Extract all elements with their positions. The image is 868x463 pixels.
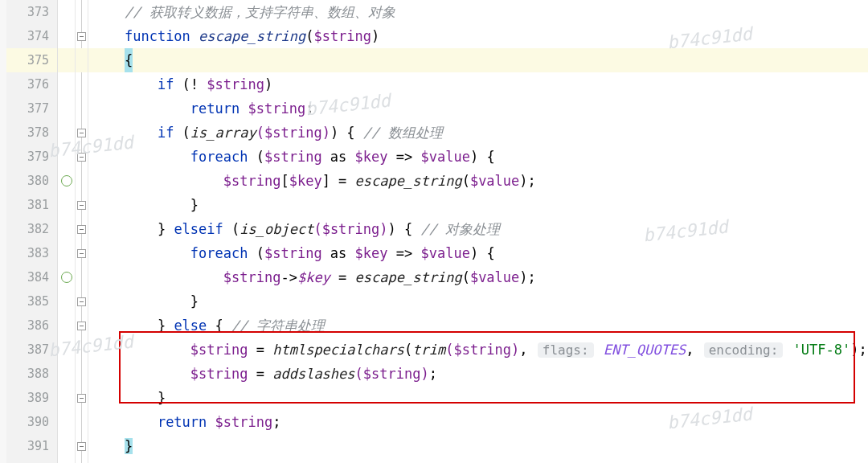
code-line[interactable]: return $string; <box>88 96 868 121</box>
text: = <box>330 269 355 285</box>
variable: $value <box>470 269 519 285</box>
brace-highlight: { <box>125 48 133 72</box>
recursive-call-marker-icon[interactable] <box>58 265 75 289</box>
text: ( <box>462 173 470 189</box>
text: ; <box>272 414 280 430</box>
variable: $string <box>223 173 281 189</box>
text: ] = <box>322 173 355 189</box>
brace: } <box>190 197 199 213</box>
fold-toggle-icon[interactable] <box>76 145 88 169</box>
variable: $value <box>420 149 469 165</box>
fold-toggle-icon[interactable] <box>76 121 88 145</box>
fold-toggle-icon[interactable] <box>76 434 88 458</box>
fold-toggle-icon[interactable] <box>76 217 88 241</box>
text: => <box>388 149 421 165</box>
line-number[interactable]: 378 <box>6 121 57 145</box>
code-line[interactable]: } <box>88 193 868 217</box>
code-line[interactable]: $string->$key = escape_string($value); <box>88 265 868 289</box>
text: ( <box>248 245 264 261</box>
function-call: trim <box>412 342 445 358</box>
line-number[interactable]: 388 <box>6 362 57 386</box>
fold-column[interactable] <box>76 0 88 463</box>
line-number[interactable]: 390 <box>6 410 57 434</box>
text: ); <box>519 173 535 189</box>
keyword: if <box>158 76 174 92</box>
code-line-current[interactable]: { <box>88 48 868 72</box>
left-rail <box>0 0 6 463</box>
indent <box>92 293 190 309</box>
code-line[interactable]: function escape_string($string) <box>88 24 868 48</box>
text: => <box>388 245 421 261</box>
text: = <box>248 342 272 358</box>
line-number[interactable]: 384 <box>6 265 57 289</box>
line-number[interactable]: 391 <box>6 434 57 458</box>
code-line[interactable]: } elseif (is_object($string)) { // 对象处理 <box>88 217 868 241</box>
line-number[interactable]: 379 <box>6 145 57 169</box>
line-number[interactable]: 373 <box>6 0 57 24</box>
indent <box>92 52 125 68</box>
comment: // 获取转义数据，支持字符串、数组、对象 <box>125 4 395 20</box>
line-number[interactable]: 380 <box>6 169 57 193</box>
parameter-hint: flags: <box>538 342 594 358</box>
line-number-gutter[interactable]: 373 374 375 376 377 378 379 380 381 382 … <box>6 0 58 463</box>
code-line[interactable]: foreach ($string as $key => $value) { <box>88 145 868 169</box>
code-line[interactable]: $string = htmlspecialchars(trim($string)… <box>88 338 868 362</box>
code-area[interactable]: // 获取转义数据，支持字符串、数组、对象 function escape_st… <box>88 0 868 463</box>
fold-toggle-icon[interactable] <box>76 386 88 410</box>
code-line[interactable]: } else { // 字符串处理 <box>88 313 868 338</box>
line-number[interactable] <box>6 458 57 463</box>
keyword: elseif <box>174 221 223 237</box>
line-number[interactable]: 381 <box>6 193 57 217</box>
variable: $string <box>207 414 272 430</box>
code-line[interactable]: } <box>88 386 868 410</box>
line-number[interactable]: 383 <box>6 241 57 265</box>
code-line[interactable]: } <box>88 289 868 313</box>
text: ( <box>462 269 470 285</box>
fold-toggle-icon[interactable] <box>76 313 88 338</box>
fold-toggle-icon[interactable] <box>76 24 88 48</box>
function-call: is_object <box>240 221 313 237</box>
text: , <box>686 342 702 358</box>
variable: $key <box>297 269 330 285</box>
line-number[interactable]: 374 <box>6 24 57 48</box>
fold-toggle-icon[interactable] <box>76 193 88 217</box>
code-line[interactable]: $string = addslashes($string); <box>88 362 868 386</box>
variable: ($string) <box>355 366 429 382</box>
line-number[interactable]: 377 <box>6 96 57 121</box>
text: -> <box>280 269 297 285</box>
fold-toggle-icon[interactable] <box>76 241 88 265</box>
code-line[interactable]: return $string; <box>88 410 868 434</box>
text: [ <box>280 173 289 189</box>
text: = <box>248 366 272 382</box>
text: as <box>322 149 355 165</box>
line-number[interactable]: 387 <box>6 338 57 362</box>
function-call: escape_string <box>355 173 462 189</box>
line-number[interactable]: 382 <box>6 217 57 241</box>
code-line[interactable]: $string[$key] = escape_string($value); <box>88 169 868 193</box>
code-line[interactable]: } <box>88 434 868 458</box>
fold-toggle-icon[interactable] <box>76 289 88 313</box>
text: (! <box>174 76 207 92</box>
code-line[interactable]: if (! $string) <box>88 72 868 96</box>
variable: $key <box>355 245 388 261</box>
line-number[interactable]: 376 <box>6 72 57 96</box>
indent <box>92 76 158 92</box>
variable: $string <box>207 76 264 92</box>
line-number[interactable]: 375 <box>6 48 57 72</box>
function-call: is_array <box>190 125 256 141</box>
recursive-call-marker-icon[interactable] <box>58 169 75 193</box>
code-line[interactable]: // 获取转义数据，支持字符串、数组、对象 <box>88 0 868 24</box>
code-line[interactable]: foreach ($string as $key => $value) { <box>88 241 868 265</box>
text: ) { <box>470 245 495 261</box>
brace: } <box>158 318 174 334</box>
gutter-marker-column <box>58 0 76 463</box>
text: , <box>519 342 535 358</box>
line-number[interactable]: 386 <box>6 313 57 338</box>
indent <box>92 197 190 213</box>
indent <box>92 390 158 406</box>
code-line[interactable]: if (is_array($string)) { // 数组处理 <box>88 121 868 145</box>
indent <box>92 221 158 237</box>
line-number[interactable]: 389 <box>6 386 57 410</box>
line-number[interactable]: 385 <box>6 289 57 313</box>
code-editor: 373 374 375 376 377 378 379 380 381 382 … <box>0 0 868 463</box>
